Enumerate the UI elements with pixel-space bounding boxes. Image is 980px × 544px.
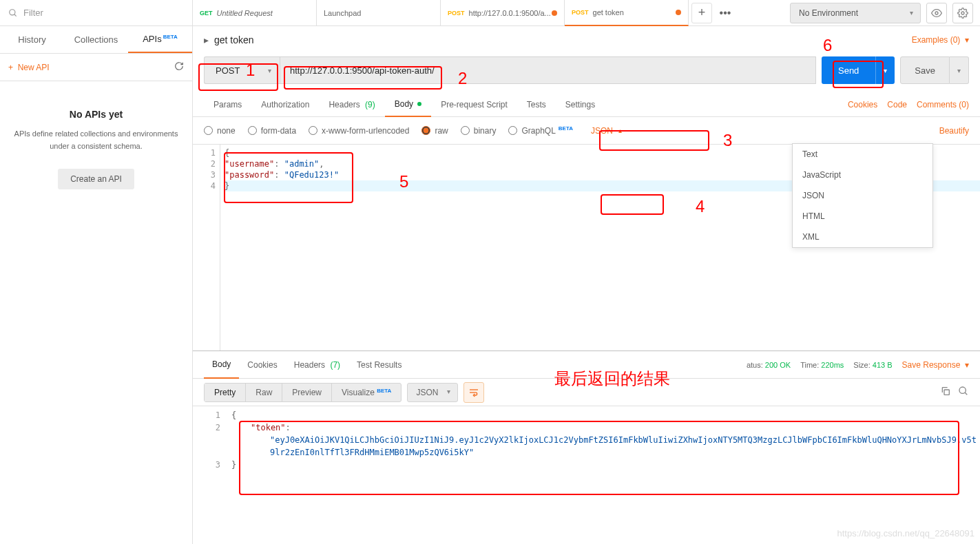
empty-title: No APIs yet <box>14 109 178 120</box>
cookies-link[interactable]: Cookies <box>848 100 877 109</box>
request-tab-2[interactable]: POSThttp://127.0.0.1:9500/a... <box>441 0 565 26</box>
wrap-icon[interactable] <box>463 382 484 403</box>
send-button[interactable]: Send <box>822 56 875 84</box>
copy-icon[interactable] <box>940 386 951 399</box>
svg-point-2 <box>935 12 938 14</box>
more-tabs-icon[interactable]: ••• <box>715 7 736 19</box>
dirty-dot <box>552 10 557 16</box>
resp-tab-body[interactable]: Body <box>204 351 239 379</box>
format-dropdown: Text JavaScript JSON HTML XML <box>792 143 933 248</box>
subtab-auth[interactable]: Authorization <box>251 92 319 117</box>
radio-raw[interactable]: raw <box>421 126 448 136</box>
empty-desc: APIs define related collections and envi… <box>14 128 178 152</box>
tab-history[interactable]: History <box>0 26 64 53</box>
raw-format-select[interactable]: JSON <box>585 125 638 137</box>
radio-none[interactable]: none <box>204 126 236 136</box>
send-caret-button[interactable]: ▾ <box>875 56 895 84</box>
resp-tab-headers[interactable]: Headers (7) <box>286 351 348 379</box>
radio-xwww[interactable]: x-www-form-urlencoded <box>309 126 409 136</box>
code-link[interactable]: Code <box>887 100 907 109</box>
search-response-icon[interactable] <box>958 386 969 399</box>
tab-collections[interactable]: Collections <box>64 26 128 53</box>
request-name: get token <box>214 34 254 45</box>
new-tab-button[interactable]: + <box>691 3 712 23</box>
radio-binary[interactable]: binary <box>461 126 497 136</box>
url-input[interactable] <box>280 56 816 84</box>
env-preview-icon[interactable] <box>926 3 947 23</box>
view-pretty[interactable]: Pretty <box>205 384 245 401</box>
view-visualize[interactable]: Visualize BETA <box>331 384 401 401</box>
svg-point-7 <box>959 387 966 393</box>
method-select[interactable]: POST <box>204 56 280 84</box>
response-body[interactable]: 12 3 { "token": "eyJ0eXAiOiJKV1QiLCJhbGc… <box>193 406 980 544</box>
dirty-dot <box>676 10 681 15</box>
caret-right-icon[interactable]: ▸ <box>204 34 209 45</box>
svg-line-8 <box>965 393 967 395</box>
format-item-text[interactable]: Text <box>793 144 932 165</box>
create-api-button[interactable]: Create an API <box>58 169 134 189</box>
save-caret-button[interactable]: ▾ <box>950 56 969 84</box>
refresh-icon[interactable] <box>174 61 184 73</box>
comments-link[interactable]: Comments (0) <box>917 100 969 109</box>
new-api-button[interactable]: + New API <box>8 63 50 72</box>
format-item-javascript[interactable]: JavaScript <box>793 165 932 185</box>
examples-link[interactable]: Examples (0) ▾ <box>912 35 969 45</box>
radio-graphql[interactable]: GraphQLBETA <box>508 126 573 136</box>
save-response-link[interactable]: Save Response ▾ <box>902 360 969 370</box>
filter-input[interactable] <box>23 8 184 18</box>
body-dot-icon <box>417 102 421 106</box>
format-item-xml[interactable]: XML <box>793 227 932 247</box>
svg-point-3 <box>961 12 964 14</box>
resp-tab-cookies[interactable]: Cookies <box>239 351 285 379</box>
svg-rect-6 <box>944 390 949 395</box>
subtab-prereq[interactable]: Pre-request Script <box>431 92 517 117</box>
request-tab-1[interactable]: Launchpad <box>317 0 441 26</box>
format-item-html[interactable]: HTML <box>793 206 932 227</box>
tab-apis[interactable]: APIsBETA <box>128 26 192 53</box>
request-tab-0[interactable]: GETUntitled Request <box>193 0 317 26</box>
environment-select[interactable]: No Environment <box>790 3 921 23</box>
save-button[interactable]: Save <box>900 56 950 84</box>
subtab-body[interactable]: Body <box>385 92 431 117</box>
subtab-settings[interactable]: Settings <box>556 92 605 117</box>
search-icon <box>8 8 18 18</box>
beautify-link[interactable]: Beautify <box>939 126 969 136</box>
subtab-tests[interactable]: Tests <box>517 92 556 117</box>
subtab-params[interactable]: Params <box>204 92 251 117</box>
radio-formdata[interactable]: form-data <box>248 126 296 136</box>
view-raw[interactable]: Raw <box>245 384 282 401</box>
subtab-headers[interactable]: Headers (9) <box>319 92 384 117</box>
svg-point-0 <box>10 9 15 14</box>
resp-tab-tests[interactable]: Test Results <box>348 351 410 379</box>
request-tab-3[interactable]: POSTget token <box>565 0 689 26</box>
view-preview[interactable]: Preview <box>282 384 331 401</box>
format-item-json[interactable]: JSON <box>793 185 932 206</box>
settings-icon[interactable] <box>952 3 973 23</box>
response-format-select[interactable]: JSON <box>407 383 458 402</box>
svg-line-1 <box>14 14 17 16</box>
